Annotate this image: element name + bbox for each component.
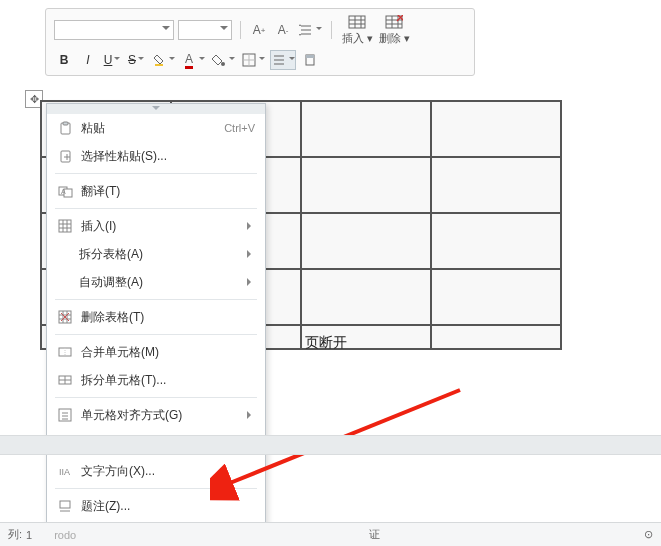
- delete-icon: [55, 308, 75, 326]
- paste-special-icon: [55, 147, 75, 165]
- menu-label: 删除表格(T): [81, 309, 255, 326]
- menu-insert[interactable]: 插入(I): [47, 212, 265, 240]
- menu-autofit[interactable]: 自动调整(A): [47, 268, 265, 296]
- status-right-icon: ⊙: [644, 528, 653, 541]
- italic-button[interactable]: I: [78, 50, 98, 70]
- shading-button[interactable]: [210, 50, 236, 70]
- svg-text:IIA: IIA: [59, 467, 70, 477]
- font-size-combo[interactable]: [178, 20, 232, 40]
- borders-button[interactable]: [240, 50, 266, 70]
- font-color-icon: A: [181, 52, 197, 68]
- grow-font-button[interactable]: A+: [249, 20, 269, 40]
- menu-delete-table[interactable]: 删除表格(T): [47, 303, 265, 331]
- menu-label: 选择性粘贴(S)...: [81, 148, 255, 165]
- menu-paste-special[interactable]: 选择性粘贴(S)...: [47, 142, 265, 170]
- menu-label: 自动调整(A): [79, 274, 241, 291]
- svg-text:A: A: [61, 188, 66, 195]
- svg-rect-18: [60, 501, 70, 508]
- status-right-text: 证: [369, 527, 380, 542]
- menu-cell-align[interactable]: 单元格对齐方式(G): [47, 401, 265, 429]
- status-col-value: 1: [26, 529, 32, 541]
- chevron-up-icon: [152, 106, 160, 110]
- page-break-text: 页断开: [305, 334, 347, 352]
- bold-button[interactable]: B: [54, 50, 74, 70]
- delete-table-icon: [384, 14, 404, 30]
- shrink-font-button[interactable]: A-: [273, 20, 293, 40]
- highlight-button[interactable]: [150, 50, 176, 70]
- status-col-label: 列:: [8, 527, 22, 542]
- insert-dropdown[interactable]: 插入 ▾: [340, 14, 373, 46]
- menu-merge-cells[interactable]: 合并单元格(M): [47, 338, 265, 366]
- svg-rect-12: [59, 220, 71, 232]
- svg-rect-0: [349, 16, 365, 28]
- orientation-icon: [302, 52, 318, 68]
- paste-icon: [55, 119, 75, 137]
- shading-icon: [211, 52, 227, 68]
- merge-cells-icon: [55, 343, 75, 361]
- formatting-toolbar: A+ A- 插入 ▾ 删除 ▾ B I U S A: [45, 8, 475, 76]
- menu-translate[interactable]: A 翻译(T): [47, 177, 265, 205]
- menu-label: 粘贴: [81, 120, 224, 137]
- line-spacing-icon: [298, 22, 314, 38]
- line-spacing-button[interactable]: [297, 20, 323, 40]
- menu-split-cells[interactable]: 拆分单元格(T)...: [47, 366, 265, 394]
- font-color-button[interactable]: A: [180, 50, 206, 70]
- menu-label: 合并单元格(M): [81, 344, 255, 361]
- status-bar: 列: 1 rodo 证 ⊙: [0, 522, 661, 546]
- menu-paste[interactable]: 粘贴 Ctrl+V: [47, 114, 265, 142]
- menu-text-direction[interactable]: IIA 文字方向(X)...: [47, 457, 265, 485]
- menu-label: 文字方向(X)...: [81, 463, 255, 480]
- menu-label: 题注(Z)...: [81, 498, 255, 515]
- caption-icon: [55, 497, 75, 515]
- orientation-button[interactable]: [300, 50, 320, 70]
- text-direction-icon: IIA: [55, 462, 75, 480]
- menu-caption[interactable]: 题注(Z)...: [47, 492, 265, 520]
- svg-rect-7: [63, 122, 68, 125]
- split-cells-icon: [55, 371, 75, 389]
- cell-align-icon: [55, 406, 75, 424]
- menu-grip[interactable]: [47, 104, 265, 114]
- menu-shortcut: Ctrl+V: [224, 122, 255, 134]
- page-gap: [0, 435, 661, 455]
- menu-label: 拆分表格(A): [79, 246, 241, 263]
- status-segment: rodo: [54, 529, 76, 541]
- delete-dropdown[interactable]: 删除 ▾: [377, 14, 410, 46]
- underline-button[interactable]: U: [102, 50, 122, 70]
- svg-point-2: [221, 62, 225, 66]
- align-button[interactable]: [270, 50, 296, 70]
- insert-table-icon: [347, 14, 367, 30]
- menu-label: 翻译(T): [81, 183, 255, 200]
- font-name-combo[interactable]: [54, 20, 174, 40]
- strike-button[interactable]: S: [126, 50, 146, 70]
- align-icon: [271, 52, 287, 68]
- translate-icon: A: [55, 182, 75, 200]
- svg-rect-5: [306, 55, 314, 58]
- insert-icon: [55, 217, 75, 235]
- menu-label: 插入(I): [81, 218, 241, 235]
- table-context-menu: 粘贴 Ctrl+V 选择性粘贴(S)... A 翻译(T) 插入(I) 拆分表格…: [46, 103, 266, 546]
- borders-icon: [241, 52, 257, 68]
- menu-split-table[interactable]: 拆分表格(A): [47, 240, 265, 268]
- menu-label: 拆分单元格(T)...: [81, 372, 255, 389]
- menu-label: 单元格对齐方式(G): [81, 407, 241, 424]
- highlight-icon: [151, 52, 167, 68]
